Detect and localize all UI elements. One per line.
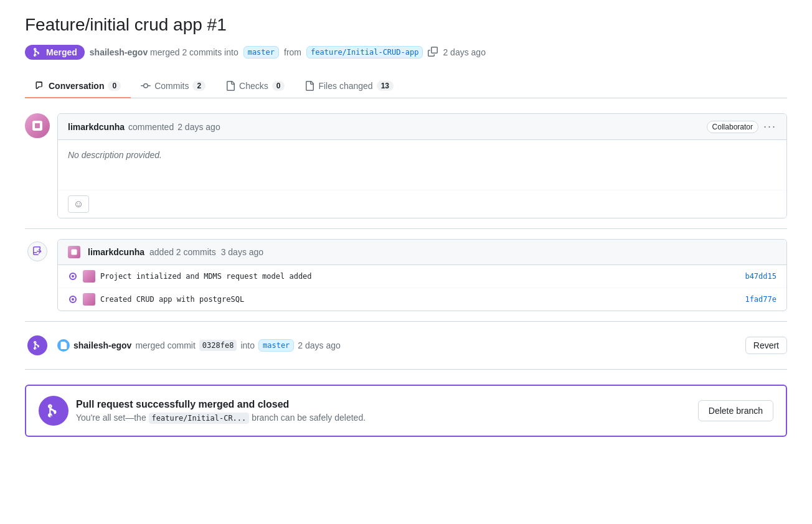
tab-checks-count: 0 [272,81,285,91]
tab-conversation-count: 0 [108,81,121,91]
svg-rect-1 [35,123,40,128]
commit-1-hash[interactable]: b47dd15 [745,272,777,281]
merge-event-action: merged commit [135,340,195,350]
commit-row-1: Project intialized and MDMS request mode… [58,265,786,288]
checks-icon [225,81,235,91]
comment-text: No description provided. [68,150,777,160]
from-text: from [284,47,301,57]
revert-button[interactable]: Revert [745,337,787,354]
merge-event-time: 2 days ago [298,340,341,350]
tab-commits[interactable]: Commits 2 [131,75,215,98]
merge-event-details: shailesh-egov merged commit 0328fe8 into… [57,339,738,352]
collaborator-badge: Collaborator [707,121,758,133]
timeline: limarkdcunha commented 2 days ago Collab… [25,113,787,437]
commits-event-time: 3 days ago [221,247,264,257]
comment-header: limarkdcunha commented 2 days ago Collab… [58,114,786,140]
emoji-button[interactable]: ☺ [68,195,89,213]
pr-time: 2 days ago [443,47,486,57]
merge-author-avatar [57,339,70,352]
merged-success-box: Pull request successfully merged and clo… [25,385,787,437]
commit-1-avatar [83,270,95,283]
more-options-button[interactable]: ··· [763,120,777,133]
tab-files-changed[interactable]: Files changed 13 [295,75,404,98]
commit-dot-1 [68,271,78,281]
push-icon [27,241,47,261]
page-title: Feature/initial crud app #1 [25,15,787,35]
tab-conversation-label: Conversation [49,81,104,91]
pr-author: shailesh-egov merged 2 commits into [90,47,238,57]
comment-action: commented [128,122,174,132]
commit-2-hash[interactable]: 1fad77e [745,295,777,304]
head-branch: feature/Initial-CRUD-app [306,46,423,58]
commits-event: limarkdcunha added 2 commits 3 days ago … [57,239,787,311]
comment-footer: ☺ [58,190,786,218]
merged-box-left: Pull request successfully merged and clo… [39,396,366,426]
merge-base-branch: master [258,339,294,352]
merged-box-title: Pull request successfully merged and clo… [76,399,366,410]
merge-event-icon-wrap [25,333,50,358]
svg-point-4 [72,275,74,278]
merged-badge: Merged [25,45,85,60]
merged-box-desc: You're all set—the feature/Initial-CR...… [76,413,366,423]
comment-thread: limarkdcunha commented 2 days ago Collab… [57,113,787,218]
conversation-icon [35,81,45,91]
merge-icon [32,47,42,57]
delete-branch-button[interactable]: Delete branch [698,400,773,421]
comment-time: 2 days ago [177,122,220,132]
merged-label: Merged [46,47,77,57]
merge-commit-hash: 0328fe8 [199,340,237,351]
svg-point-6 [72,298,74,301]
tab-checks-label: Checks [239,81,268,91]
comment-body: No description provided. [58,140,786,190]
pr-meta: Merged shailesh-egov merged 2 commits in… [25,45,787,60]
commit-row-2: Created CRUD app with postgreSQL 1fad77e [58,288,786,311]
merge-event-icon [27,335,47,355]
tab-files-changed-label: Files changed [318,81,372,91]
tab-commits-count: 2 [192,81,205,91]
base-branch: master [243,46,279,58]
merged-branch-label: feature/Initial-CR... [149,413,250,424]
tab-conversation[interactable]: Conversation 0 [25,75,131,98]
files-changed-icon [304,81,314,91]
copy-icon[interactable] [428,47,438,58]
merged-box-icon [39,396,68,426]
svg-rect-2 [72,250,77,255]
merge-event-text-area: shailesh-egov merged commit 0328fe8 into… [57,332,787,359]
merge-into-text: into [240,340,255,350]
tab-checks[interactable]: Checks 0 [215,75,295,98]
merged-desc-prefix: You're all set—the [76,413,146,423]
commits-icon [141,81,151,91]
commit-dot-2 [68,294,78,304]
merged-box-text: Pull request successfully merged and clo… [76,399,366,423]
commit-2-message: Created CRUD app with postgreSQL [100,295,740,304]
tab-files-changed-count: 13 [377,81,394,91]
tab-commits-label: Commits [154,81,189,91]
commits-event-icon-wrap [25,239,50,264]
commits-event-author: limarkdcunha [88,247,144,257]
commits-author-avatar [68,246,80,258]
tabs: Conversation 0 Commits 2 Checks 0 Files … [25,75,787,98]
commits-group-header: limarkdcunha added 2 commits 3 days ago [58,240,786,265]
comment-avatar [25,113,50,138]
merge-event-author: shailesh-egov [73,340,131,350]
commits-event-action: added 2 commits [149,247,216,257]
commit-1-message: Project intialized and MDMS request mode… [100,272,740,281]
merged-desc-suffix: branch can be safely deleted. [252,413,366,423]
merge-event-author-icon [57,339,70,352]
comment-author: limarkdcunha [68,122,125,132]
commit-2-avatar [83,293,95,306]
